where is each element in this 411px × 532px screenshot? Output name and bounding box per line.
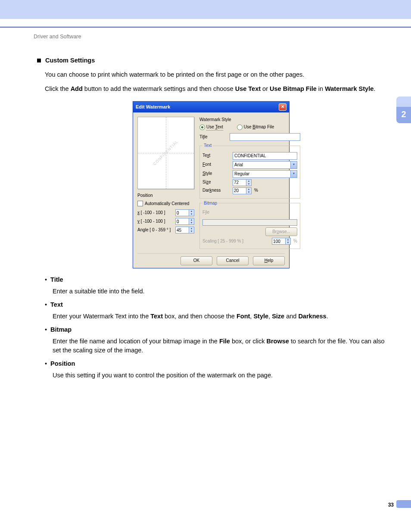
style-combo[interactable]: ▾: [233, 170, 297, 178]
cancel-button[interactable]: Cancel: [217, 256, 249, 265]
y-input[interactable]: [175, 218, 189, 225]
ok-button[interactable]: OK: [181, 256, 212, 265]
bitmap-group: Bitmap File Browse... Scaling [ 25 - 999…: [199, 200, 300, 249]
size-input[interactable]: [233, 179, 246, 186]
spin-up-icon: ▲: [286, 238, 290, 241]
bitmap-legend: Bitmap: [202, 200, 218, 207]
spin-down-icon[interactable]: ▼: [246, 183, 251, 186]
use-bitmap-radio[interactable]: Use Bitmap File: [237, 124, 274, 131]
radio-icon: [237, 124, 243, 130]
desc-text: •Text Enter your Watermark Text into the…: [45, 300, 385, 321]
spin-up-icon[interactable]: ▲: [189, 218, 194, 221]
spin-down-icon[interactable]: ▼: [246, 191, 251, 194]
watermark-style-label: Watermark Style: [199, 117, 300, 123]
size-label: Size: [202, 179, 230, 186]
size-spinner[interactable]: ▲▼: [233, 179, 252, 186]
document-page: Driver and Software 2 Custom Settings Yo…: [0, 0, 411, 532]
title-row: Title: [199, 133, 300, 141]
section-title: Custom Settings: [45, 57, 95, 64]
page-number: 33: [388, 502, 394, 508]
radio-icon: [199, 124, 205, 130]
instruction-paragraph: Click the Add button to add the watermar…: [45, 84, 385, 93]
desc-bitmap: •Bitmap Enter the file name and location…: [45, 325, 385, 355]
angle-row: Angle [ 0 - 359 ° ] ▲▼: [137, 227, 194, 233]
percent-label: %: [254, 187, 258, 194]
spin-up-icon[interactable]: ▲: [189, 227, 194, 230]
content-area: Custom Settings You can choose to print …: [37, 56, 385, 380]
page-number-tab: [396, 500, 411, 508]
spin-up-icon[interactable]: ▲: [246, 188, 251, 191]
scaling-label: Scaling [ 25 - 999 % ]: [202, 238, 269, 245]
text-label: Text: [202, 152, 230, 159]
file-label: File: [202, 209, 297, 216]
scaling-spinner: ▲▼: [272, 238, 291, 245]
text-group: Text Text Font ▾: [199, 143, 300, 199]
description-list: •Title Enter a suitable title into the f…: [45, 275, 385, 380]
spin-down-icon[interactable]: ▼: [189, 221, 194, 224]
dropdown-icon[interactable]: ▾: [290, 170, 297, 178]
percent-label: %: [293, 238, 297, 245]
x-input[interactable]: [175, 209, 189, 216]
auto-centered-label: Automatically Centered: [145, 201, 189, 207]
spin-up-icon[interactable]: ▲: [189, 210, 194, 213]
text-legend: Text: [202, 143, 213, 149]
file-input: [202, 219, 297, 226]
scaling-input: [272, 238, 286, 245]
watermark-preview: CONFIDENTIAL: [137, 117, 194, 189]
style-radio-group: Use Text Use Bitmap File: [199, 124, 300, 131]
dialog-button-row: OK Cancel Help: [137, 253, 285, 265]
browse-button: Browse...: [265, 227, 297, 236]
font-input[interactable]: [233, 161, 290, 169]
font-label: Font: [202, 162, 230, 168]
darkness-spinner[interactable]: ▲▼: [233, 187, 252, 194]
title-input[interactable]: [230, 133, 300, 141]
spin-down-icon[interactable]: ▼: [189, 230, 194, 233]
spin-up-icon[interactable]: ▲: [246, 180, 251, 183]
angle-spinner[interactable]: ▲▼: [175, 227, 194, 233]
spin-down-icon[interactable]: ▼: [189, 213, 194, 216]
darkness-label: Darkness: [202, 187, 230, 194]
spin-down-icon: ▼: [286, 241, 290, 244]
header-label: Driver and Software: [34, 34, 411, 40]
angle-input[interactable]: [175, 227, 189, 233]
dropdown-icon[interactable]: ▾: [290, 161, 297, 169]
chapter-tab: 2: [396, 96, 411, 123]
x-spinner[interactable]: ▲▼: [175, 209, 194, 216]
dialog-titlebar[interactable]: Edit Watermark ✕: [133, 102, 289, 112]
font-combo[interactable]: ▾: [233, 161, 297, 169]
y-spinner[interactable]: ▲▼: [175, 218, 194, 225]
style-label: Style: [202, 171, 230, 177]
darkness-input[interactable]: [233, 187, 246, 194]
top-band: [0, 0, 411, 19]
dialog-title: Edit Watermark: [136, 104, 170, 111]
style-input[interactable]: [233, 170, 290, 178]
x-position-row: x [ -100 - 100 ] ▲▼: [137, 209, 194, 216]
header-rule: [0, 27, 411, 28]
y-position-row: y [ -100 - 100 ] ▲▼: [137, 218, 194, 225]
edit-watermark-dialog: Edit Watermark ✕ CONFIDENTIAL Position: [133, 101, 290, 268]
auto-centered-checkbox[interactable]: Automatically Centered: [137, 201, 194, 207]
close-button[interactable]: ✕: [279, 103, 286, 111]
desc-title: •Title Enter a suitable title into the f…: [45, 275, 385, 296]
position-label: Position: [137, 193, 194, 199]
intro-paragraph: You can choose to print which watermark …: [45, 70, 385, 79]
use-text-radio[interactable]: Use Text: [199, 124, 223, 131]
desc-position: •Position Use this setting if you want t…: [45, 359, 385, 380]
chapter-number: 2: [396, 107, 411, 123]
checkbox-icon: [137, 201, 143, 206]
section-heading: Custom Settings: [37, 56, 385, 65]
title-label: Title: [199, 134, 227, 140]
square-bullet-icon: [37, 59, 41, 62]
help-button[interactable]: Help: [253, 256, 285, 265]
text-input[interactable]: [233, 152, 297, 160]
